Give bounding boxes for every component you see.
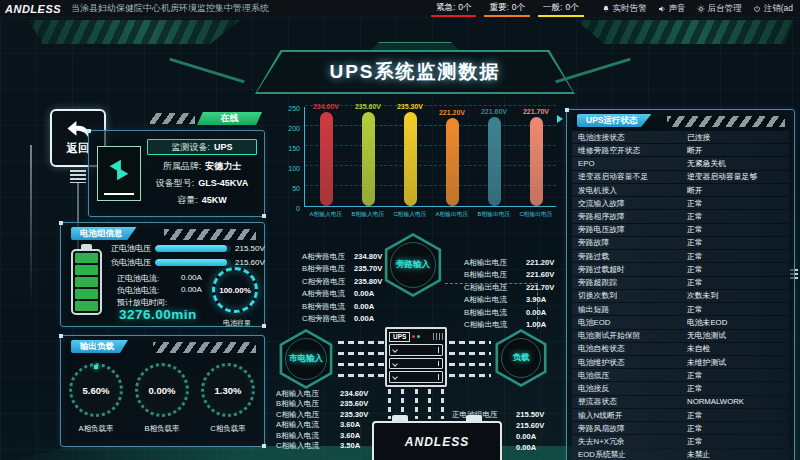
decor-slashes: [150, 113, 195, 124]
page-title: UPS系统监测数据: [255, 59, 575, 85]
menu-item-label: 后台管理: [708, 3, 742, 15]
list-item: B相输出电流0.00A: [464, 307, 554, 319]
x-tick-label: B相输出电压: [473, 210, 515, 218]
logout-button[interactable]: 注销(ad: [753, 3, 793, 15]
status-label: 电池接反: [578, 383, 687, 394]
status-label: 旁路过载超时: [578, 264, 687, 275]
bypass-input-label: 旁路输入: [396, 259, 430, 271]
topbar: ANDLESS 当涂县妇幼保健院中心机房环境监控集中管理系统 紧急:0个重要:0…: [0, 0, 800, 17]
alarm-label: 紧急:: [436, 2, 455, 14]
bell-icon: [602, 5, 610, 13]
status-label: EOD系统禁止: [578, 449, 687, 460]
row-label: 负电池电流:: [117, 285, 173, 296]
chart-bar: [530, 117, 543, 206]
battery-icon: [71, 249, 102, 315]
device-row-value: 安德力士: [205, 158, 241, 175]
status-value: 正常: [687, 198, 783, 209]
status-value: 未禁止: [687, 449, 783, 460]
alarm-badge[interactable]: 紧急:0个: [431, 1, 477, 17]
status-row: 输入N线断开正常: [572, 409, 789, 421]
ups-device-icon: [97, 146, 141, 201]
load-gauge-label: B相负载率: [132, 424, 192, 434]
ups-status-panel: UPS运行状态 电池连接状态已连接维修旁路空开状态断开EPO无紧急关机逆变器启动…: [566, 109, 795, 460]
alarm-badge[interactable]: 一般:0个: [538, 1, 584, 17]
battery-panel-title: 电池组信息: [71, 227, 137, 240]
device-row-label: 监测设备:: [171, 140, 210, 154]
status-label: 电池连接状态: [578, 132, 687, 143]
bar-value: 215.50V: [235, 244, 265, 253]
status-label: 旁路风扇故障: [578, 423, 687, 434]
list-item: B相输入电压235.60V: [276, 399, 368, 409]
status-value: 逆变器启动容量足够: [687, 171, 783, 182]
status-row: 电池EOD电池未EOD: [572, 316, 789, 328]
status-row: 失去N+X冗余正常: [572, 435, 789, 447]
battery-capacity-label: 电池容量: [210, 318, 264, 328]
topbar-menu: 实时告警声音后台管理注销(ad: [602, 3, 793, 15]
decor-connector: [70, 170, 86, 183]
output-readings-list: A相输出电压221.20VB相输出电压221.60VC相输出电压221.70VA…: [464, 257, 554, 331]
bar-value: 215.60V: [235, 258, 265, 267]
menu-item-label: 实时告警: [613, 3, 647, 15]
status-value: 次数未到: [687, 290, 783, 301]
gridline: [305, 165, 556, 166]
row-value: 3.50A: [340, 441, 360, 451]
alarm-label: 重要:: [489, 2, 508, 14]
status-value: 断开: [687, 185, 783, 196]
status-row: 切换次数到次数未到: [572, 290, 789, 302]
list-item: C相旁路电压235.80V: [302, 276, 382, 288]
list-item: C相输入电压235.30V: [276, 410, 368, 420]
row-label: B相输入电流: [276, 431, 340, 441]
status-label: 电池自检状态: [578, 343, 687, 354]
row-label: C相旁路电流: [302, 313, 354, 325]
load-panel-title: 输出负载: [71, 340, 128, 353]
status-row: 交流输入故障正常: [572, 197, 789, 209]
list-item: A相输入电压234.60V: [276, 389, 368, 399]
y-tick-label: 100: [282, 165, 300, 172]
rack-slot: [389, 371, 443, 383]
rack-slot: [389, 358, 443, 370]
alarm-badge[interactable]: 重要:0个: [484, 1, 530, 17]
mains-input-label: 市电输入: [289, 353, 323, 365]
row-label: B相输出电压: [464, 269, 526, 281]
decor-slashes: [164, 229, 256, 240]
back-button-label: 返回: [67, 141, 90, 156]
row-label: C相输入电流: [276, 441, 340, 451]
row-value: 0.00A: [181, 273, 202, 284]
row-value: 235.80V: [354, 276, 382, 288]
list-item: C相旁路电流0.00A: [302, 313, 382, 325]
status-value: 正常: [687, 304, 783, 315]
y-tick-label: 50: [282, 185, 300, 192]
row-label: A相输出电流: [464, 294, 526, 306]
status-row: 电池维护状态未维护测试: [572, 356, 789, 368]
bypass-input-node: 旁路输入: [381, 233, 445, 297]
realtime-alarm-button[interactable]: 实时告警: [602, 3, 647, 15]
status-row: 电池测试开始保留无电池测试: [572, 330, 789, 342]
row-label: 正电池电流:: [117, 273, 173, 284]
x-tick-label: C相输出电压: [515, 210, 557, 218]
decor-banner-left: [28, 20, 240, 44]
sound-button[interactable]: 声音: [658, 3, 686, 15]
decor-slashes: [667, 116, 785, 127]
y-tick-label: 150: [282, 145, 300, 152]
status-label: 旁路过载: [578, 251, 687, 262]
status-label: 旁路电压故障: [578, 224, 687, 235]
status-rows: 电池连接状态已连接维修旁路空开状态断开EPO无紧急关机逆变器启动容量不足逆变器启…: [572, 131, 789, 460]
decor-slashes: [153, 342, 256, 353]
battery-voltage-bar: 负电池电压215.60V: [111, 257, 265, 268]
gridline: [305, 145, 556, 146]
row-label: B相旁路电压: [302, 263, 354, 275]
row-value: 3.60A: [340, 420, 360, 430]
list-item: B相输出电压221.60V: [464, 269, 554, 281]
status-value: 正常: [687, 264, 783, 275]
admin-button[interactable]: 后台管理: [697, 3, 742, 15]
chart-bar: [404, 112, 417, 206]
y-tick-label: 200: [282, 125, 300, 132]
alarm-count: 0个: [565, 2, 578, 14]
gridline: [305, 185, 556, 186]
status-value: 断开: [687, 145, 783, 156]
row-label: A相旁路电压: [302, 251, 354, 263]
row-value: 3.60A: [340, 431, 360, 441]
chevron-down-icon: [392, 374, 398, 380]
status-value: 正常: [687, 224, 783, 235]
led-red-icon: [412, 335, 415, 338]
